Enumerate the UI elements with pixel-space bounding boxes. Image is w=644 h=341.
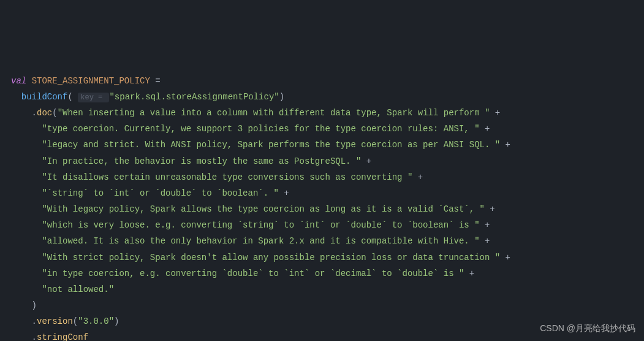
buildconf-call: buildConf	[21, 92, 68, 102]
watermark: CSDN @月亮给我抄代码	[540, 320, 635, 336]
keyword-val: val	[11, 76, 26, 86]
version-method: version	[37, 316, 73, 326]
doc-line: "in type coercion, e.g. converting `doub…	[42, 269, 464, 278]
doc-line: "allowed. It is also the only behavior i…	[42, 236, 479, 246]
doc-line: "It disallows certain unreasonable type …	[42, 172, 412, 182]
doc-line: "legacy and strict. With ANSI policy, Sp…	[42, 140, 500, 150]
doc-line: "With strict policy, Spark doesn't allow…	[42, 253, 500, 262]
doc-line: "`string` to `int` or `double` to `boole…	[42, 188, 278, 198]
stringconf-method: stringConf	[37, 332, 88, 341]
code-block: val STORE_ASSIGNMENT_POLICY = buildConf(…	[11, 73, 633, 341]
doc-line: "With legacy policy, Spark allows the ty…	[42, 204, 485, 214]
doc-method: doc	[37, 108, 52, 118]
doc-line: "When inserting a value into a column wi…	[58, 108, 490, 118]
version-string: "3.0.0"	[78, 316, 114, 326]
doc-line: "type coercion. Currently, we support 3 …	[42, 124, 479, 134]
equals-op: =	[150, 76, 161, 86]
constant-name: STORE_ASSIGNMENT_POLICY	[32, 76, 150, 86]
key-hint: key =	[78, 93, 109, 102]
key-string: "spark.sql.storeAssignmentPolicy"	[109, 92, 279, 102]
doc-line: "not allowed."	[42, 285, 114, 294]
doc-line: "which is very loose. e.g. converting `s…	[42, 220, 479, 230]
doc-line: "In practice, the behavior is mostly the…	[42, 156, 361, 166]
